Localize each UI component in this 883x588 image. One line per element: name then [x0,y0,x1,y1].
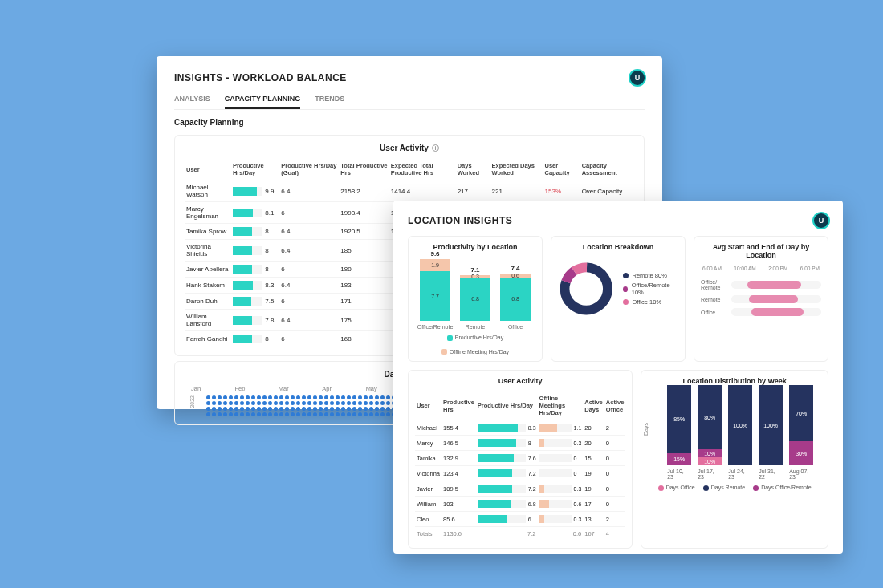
table-row[interactable]: Cleo85.6 6 0.3 132 [415,512,625,527]
year-label: 2022 [189,395,195,408]
col-header: Expected Days Worked [490,159,543,180]
location-breakdown-card: Location Breakdown Remote 80%Office/Remo… [551,236,686,362]
col-header: Active Days [583,391,604,420]
legend-label: Days Remote [711,485,745,490]
brand-badge: U [630,71,645,85]
legend-label: Days Office [666,485,695,490]
tabs: ANALYSIS CAPACITY PLANNING TRENDS [174,95,645,110]
col-header: Active Office [604,391,626,420]
pbl-bar: 7.4 6.8 0.6 Office [500,265,531,330]
info-icon[interactable]: i [432,144,439,152]
page-title: INSIGHTS - WORKLOAD BALANCE [174,72,347,83]
col-header: Days Worked [456,159,490,180]
week-bar: 80%10%10%Jul 17, 23 [698,385,722,480]
month-label: Jan [191,385,234,392]
time-tick: 10:00 AM [734,266,755,271]
legend-item: Remote 80% [623,272,679,279]
card-title: User Activity [415,377,625,385]
month-label: Apr [322,385,365,392]
week-bar: 100%Jul 31, 22 [759,385,783,480]
range-row: Office/ Remote [701,279,821,290]
col-header: Productive Hrs/Day (Goal) [279,159,339,180]
col-header: Offline Meetings Hrs/Day [538,391,584,420]
card-title: Location Breakdown [558,243,678,251]
productivity-by-location-card: Productivity by Location 9.6 7.7 1.9 Off… [408,236,543,362]
time-tick: 6:00 PM [800,266,820,271]
tab-trends[interactable]: TRENDS [315,95,344,109]
section-subtitle: Capacity Planning [174,118,645,127]
col-header: Total Productive Hrs [339,159,389,180]
user-activity-2-card: User Activity UserProductive HrsProducti… [408,370,633,549]
table-row[interactable]: Victorina123.4 7.2 0 190 [415,466,625,481]
pbl-bar: 7.1 6.8 0.3 Remote [460,266,490,330]
col-header: Productive Hrs/Day [476,391,538,420]
col-header: Productive Hrs/Day [231,159,279,180]
location-by-week-card: Location Distribution by Week Days 85%15… [641,370,828,549]
tab-analysis[interactable]: ANALYSIS [174,95,210,109]
week-bar: 85%15%Jul 10, 23 [667,385,691,480]
brand-badge: U [814,213,828,228]
col-header: User [415,391,442,420]
col-header: Productive Hrs [442,391,476,420]
pbl-bar: 9.6 7.7 1.9 Office/Remote [420,250,450,330]
time-tick: 2:00 PM [768,266,787,271]
user-activity-2-table: UserProductive HrsProductive Hrs/DayOffl… [415,391,625,541]
avg-start-end-card: Avg Start and End of Day by Location 6:0… [694,236,828,362]
table-row[interactable]: Javier109.5 7.2 0.3 190 [415,481,625,497]
month-label: Feb [234,385,278,392]
range-row: Office [701,308,821,316]
legend-label: Productive Hrs/Day [455,335,503,340]
y-axis-label: Days [643,423,649,436]
table-row[interactable]: Michael155.4 8.3 1.1 202 [415,420,625,436]
col-header: Capacity Assessment [580,159,634,180]
month-label: Mar [279,385,322,392]
legend-label: Days Office/Remote [761,485,812,490]
legend-label: Offline Meeting Hrs/Day [450,349,509,355]
col-header: User [185,159,231,180]
col-header: User Capacity [543,159,580,180]
time-tick: 6:00 AM [702,266,722,271]
week-bar: 70%30%Aug 07, 23 [789,385,813,480]
table-row[interactable]: Michael Watson 9.9 6.4 2158.2 1414.4 217… [185,180,634,202]
week-bar: 100%Jul 24, 23 [728,385,752,480]
card-title: Avg Start and End of Day by Location [701,243,821,259]
table-row[interactable]: Tamika132.9 7.6 0 150 [415,451,625,466]
col-header: Expected Total Productive Hrs [389,159,456,180]
table-row[interactable]: Marcy146.5 8 0.3 200 [415,436,625,451]
tab-capacity-planning[interactable]: CAPACITY PLANNING [225,95,301,109]
legend-item: Office 10% [623,298,679,306]
location-insights-window: LOCATION INSIGHTS U Productivity by Loca… [393,201,843,554]
page-title: LOCATION INSIGHTS [408,215,512,226]
panel-title: User Activity [380,144,429,152]
card-title: Location Distribution by Week [648,377,821,385]
legend-item: Office/Remote 10% [623,282,679,296]
range-row: Remote [701,295,821,303]
table-row[interactable]: William103 6.8 0.6 170 [415,497,625,512]
donut-chart [558,258,615,320]
